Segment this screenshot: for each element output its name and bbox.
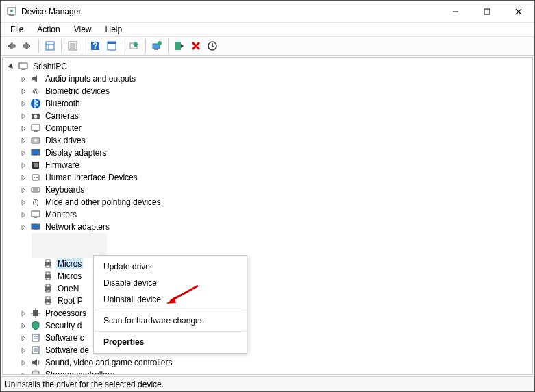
tree-category[interactable]: Processors	[7, 307, 532, 319]
expand-icon[interactable]	[19, 346, 27, 354]
show-hide-tree-button[interactable]	[42, 38, 58, 53]
tree-root[interactable]: SrishtiPC	[7, 60, 532, 73]
printer-icon	[42, 295, 53, 306]
expand-icon[interactable]	[19, 124, 27, 132]
computer-icon	[18, 61, 29, 72]
printer-icon	[42, 271, 53, 282]
svg-rect-31	[32, 125, 40, 130]
svg-rect-1	[9, 14, 14, 16]
svg-rect-22	[175, 42, 181, 50]
update-driver-button[interactable]	[149, 38, 164, 53]
expand-icon[interactable]	[19, 210, 27, 219]
close-button[interactable]	[503, 1, 534, 23]
firmware-icon	[30, 160, 41, 171]
tree-category-label: Biometric devices	[44, 86, 111, 97]
svg-rect-56	[46, 272, 50, 275]
svg-rect-4	[484, 9, 490, 14]
statusbar-text: Uninstalls the driver for the selected d…	[5, 380, 407, 389]
expand-icon[interactable]	[19, 99, 27, 108]
expand-icon[interactable]	[19, 321, 27, 330]
svg-rect-57	[46, 278, 50, 280]
disk-icon	[30, 135, 41, 146]
tree-category[interactable]: Biometric devices	[7, 85, 532, 97]
svg-text:?: ?	[92, 41, 97, 51]
action-sheet-button[interactable]	[104, 38, 119, 53]
maximize-button[interactable]	[471, 1, 503, 23]
expand-icon[interactable]	[19, 87, 27, 95]
expand-icon[interactable]	[19, 186, 27, 194]
fingerprint-icon	[30, 86, 41, 97]
expand-icon[interactable]	[19, 136, 27, 145]
tree-category[interactable]: Sound, video and game controllers	[7, 356, 532, 369]
tree-category[interactable]: Disk drives	[7, 134, 532, 147]
menu-item-properties[interactable]: Properties	[94, 334, 247, 350]
tree-item-printer[interactable]: Root P	[7, 295, 532, 307]
toolbar-separator	[61, 39, 62, 53]
forward-button[interactable]	[20, 38, 35, 53]
menu-item-uninstall-device[interactable]: Uninstall device	[94, 291, 247, 308]
expand-icon[interactable]	[19, 371, 27, 375]
tree-category[interactable]: Computer	[7, 122, 532, 134]
tree-category[interactable]: Monitors	[7, 208, 532, 221]
tree-item-printer[interactable]: Micros	[7, 270, 532, 282]
tree-category-label: Software c	[44, 332, 86, 343]
tree-item-label: Micros	[56, 271, 83, 282]
expand-icon[interactable]	[19, 161, 27, 169]
expand-icon[interactable]	[19, 334, 27, 342]
sound-icon	[30, 357, 41, 368]
titlebar: Device Manager	[1, 1, 534, 23]
toolbar-separator	[123, 39, 123, 53]
tree-category[interactable]: Keyboards	[7, 184, 532, 196]
collapse-icon[interactable]	[7, 62, 15, 71]
enable-device-button[interactable]	[172, 38, 187, 53]
tree-category[interactable]: Network adapters	[7, 221, 532, 233]
tree-category[interactable]: Audio inputs and outputs	[7, 73, 532, 85]
storage-icon	[30, 369, 41, 375]
tree-category[interactable]: Cameras	[7, 110, 532, 122]
camera-icon	[30, 110, 41, 121]
tree-category[interactable]: Firmware	[7, 159, 532, 171]
expand-icon[interactable]	[19, 309, 27, 317]
tree-category[interactable]: Software de	[7, 344, 532, 356]
expand-icon[interactable]	[19, 223, 27, 231]
menu-view[interactable]: View	[69, 23, 97, 36]
menu-help[interactable]: Help	[100, 23, 128, 36]
expand-icon[interactable]	[19, 358, 27, 367]
tree-item-printer-selected[interactable]: Micros	[7, 258, 532, 270]
menu-action[interactable]: Action	[32, 23, 65, 36]
disable-device-button[interactable]	[205, 38, 220, 53]
back-button[interactable]	[3, 38, 18, 53]
tree-category[interactable]: Display adapters	[7, 147, 532, 159]
keyboard-icon	[30, 184, 41, 195]
minimize-button[interactable]	[440, 1, 471, 23]
menu-item-update-driver[interactable]: Update driver	[94, 258, 247, 275]
svg-rect-48	[34, 217, 37, 218]
menu-file[interactable]: File	[5, 23, 29, 36]
device-tree[interactable]: SrishtiPC Audio inputs and outputsBiomet…	[3, 58, 532, 375]
tree-category[interactable]: Software c	[7, 332, 532, 344]
help-button[interactable]: ?	[88, 38, 103, 53]
printer-icon	[42, 258, 53, 269]
expand-icon[interactable]	[19, 198, 27, 206]
expand-icon[interactable]	[19, 75, 27, 83]
tree-category-label: Monitors	[44, 209, 78, 220]
scan-hardware-button[interactable]	[127, 38, 142, 53]
uninstall-device-button[interactable]	[188, 38, 203, 53]
expand-icon[interactable]	[19, 112, 27, 120]
tree-category[interactable]: Human Interface Devices	[7, 171, 532, 184]
svg-rect-60	[46, 290, 50, 292]
tree-item-printer[interactable]: OneN	[7, 282, 532, 295]
expand-icon[interactable]	[19, 149, 27, 157]
expand-icon[interactable]	[19, 173, 27, 182]
svg-rect-59	[46, 284, 50, 287]
tree-category[interactable]: Mice and other pointing devices	[7, 196, 532, 208]
menu-item-disable-device[interactable]: Disable device	[94, 275, 247, 291]
svg-rect-26	[19, 63, 27, 69]
tree-category[interactable]: Bluetooth	[7, 97, 532, 110]
tree-category[interactable]: Security d	[7, 319, 532, 332]
properties-button[interactable]	[65, 38, 80, 53]
tree-category[interactable]: Storage controllers	[7, 369, 532, 375]
menu-item-scan-hardware[interactable]: Scan for hardware changes	[94, 313, 247, 329]
svg-rect-69	[32, 334, 39, 341]
svg-rect-38	[34, 163, 38, 167]
